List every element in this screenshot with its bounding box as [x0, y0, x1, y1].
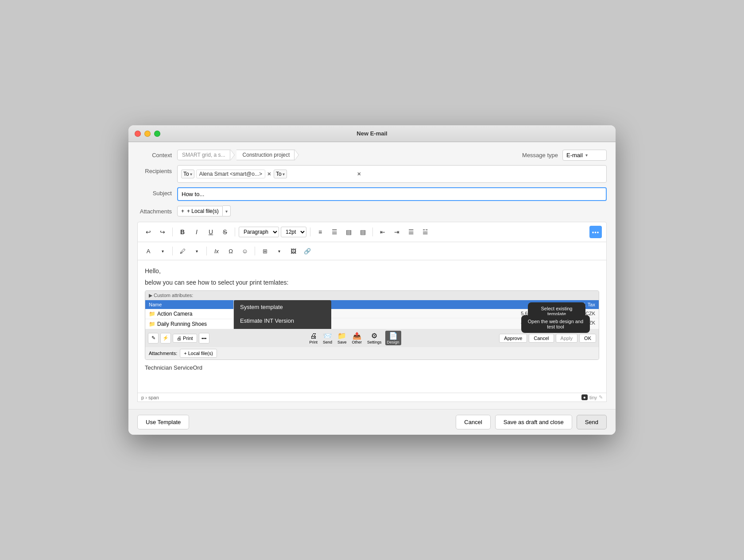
table-button[interactable]: ⊞	[259, 245, 271, 257]
to-select-2[interactable]: To ▾	[274, 170, 287, 178]
recipient-tag-2: To ▾ ✕	[274, 168, 361, 180]
embedded-star-btn[interactable]: ⚡	[160, 333, 171, 344]
action-send[interactable]: 📨 Send	[321, 331, 334, 345]
cancel-button[interactable]: Cancel	[456, 415, 490, 429]
special-char-button[interactable]: Ω	[225, 245, 237, 257]
font-size-select[interactable]: 12pt	[281, 227, 306, 237]
outdent-button[interactable]: ⇤	[376, 226, 389, 238]
context-label: Context	[137, 149, 177, 158]
highlight-button[interactable]: 🖊	[176, 245, 189, 257]
embedded-edit-btn[interactable]: ✎	[148, 333, 159, 344]
emoji-button[interactable]: ☺	[239, 245, 251, 257]
minimize-button[interactable]	[144, 131, 151, 137]
dropdown-item-estimate-en[interactable]: Estimate print EN version	[234, 328, 331, 329]
more-tools-button[interactable]: •••	[589, 226, 602, 238]
footer-right-buttons: Cancel Save as draft and close Send	[456, 415, 607, 429]
template-dropdown[interactable]: System template Estimate INT Version Est…	[234, 300, 331, 329]
action-other[interactable]: 📤 Other	[350, 331, 364, 345]
align-right-button[interactable]: ▤	[342, 226, 355, 238]
plus-icon: +	[181, 208, 184, 214]
attachment-chevron-icon: ▾	[225, 209, 228, 214]
align-center-button[interactable]: ☰	[328, 226, 341, 238]
editor-area[interactable]: Hello, below you can see how to select y…	[137, 260, 607, 393]
indent-button[interactable]: ⇥	[391, 226, 403, 238]
redo-button[interactable]: ↪	[156, 226, 169, 238]
link-button[interactable]: 🔗	[301, 245, 314, 257]
subject-input[interactable]	[177, 187, 607, 201]
text-color-dropdown[interactable]: ▾	[156, 245, 169, 257]
breadcrumb-item-2[interactable]: Construction project	[236, 150, 295, 160]
editor-line1: Hello,	[145, 267, 599, 274]
breadcrumb-item-1[interactable]: SMART grid, a s...	[177, 150, 230, 160]
action-print[interactable]: 🖨 Print	[307, 331, 319, 345]
action-design[interactable]: 📄 Design	[385, 331, 401, 345]
clear-format-button[interactable]: Ix	[210, 245, 223, 257]
maximize-button[interactable]	[154, 131, 160, 137]
justify-button[interactable]: ▤	[356, 226, 369, 238]
use-template-button[interactable]: Use Template	[137, 415, 189, 429]
embedded-more-btn[interactable]: •••	[199, 333, 209, 344]
window-controls	[135, 131, 160, 137]
product-row-2: Daily Running Shoes	[157, 321, 207, 327]
recipient-tag-1: To ▾ Alena Smart <smart@o...> ✕	[181, 168, 271, 180]
save-draft-button[interactable]: Save as draft and close	[495, 415, 572, 429]
align-left-button[interactable]: ≡	[314, 226, 326, 238]
embedded-print-btn[interactable]: 🖨 Print	[173, 334, 197, 343]
remove-recipient-2[interactable]: ✕	[357, 171, 361, 177]
dropdown-item-estimate-int[interactable]: Estimate INT Version	[234, 314, 331, 328]
undo-button[interactable]: ↩	[142, 226, 155, 238]
action-settings[interactable]: ⚙ Settings	[365, 331, 384, 345]
bold-button[interactable]: B	[176, 226, 189, 238]
breadcrumb: SMART grid, a s... Construction project	[177, 149, 301, 161]
embedded-add-file-btn[interactable]: + Local file(s)	[180, 349, 217, 358]
text-color-button[interactable]: A	[142, 245, 155, 257]
signature: Technician ServiceOrd	[145, 364, 599, 371]
italic-button[interactable]: I	[190, 226, 203, 238]
add-attachment-button[interactable]: + + Local file(s)	[177, 206, 223, 216]
ordered-list-button[interactable]: ☰	[405, 226, 417, 238]
recipient-name-1: Alena Smart <smart@o...>	[196, 170, 265, 178]
unordered-list-button[interactable]: ☱	[419, 226, 431, 238]
chevron-down-icon: ▾	[585, 153, 588, 158]
recipient-input-2[interactable]	[289, 171, 355, 177]
footer: Use Template Cancel Save as draft and cl…	[128, 409, 616, 435]
embedded-apply-btn[interactable]: Apply	[556, 334, 578, 343]
embedded-ok-btn[interactable]: OK	[579, 334, 596, 343]
image-button[interactable]: 🖼	[287, 245, 299, 257]
recipients-row: Recipients To ▾ Alena Smart <smart@o...>…	[137, 165, 607, 183]
editor-toolbar-row2: A ▾ 🖊 ▾ Ix Ω ☺ ⊞ ▾ 🖼 🔗	[137, 242, 607, 260]
remove-recipient-1[interactable]: ✕	[267, 171, 271, 177]
form-content: Context SMART grid, a s... Construction …	[128, 142, 616, 409]
separator-3	[310, 228, 310, 236]
signature-text: Technician ServiceOrd	[145, 364, 599, 371]
subject-row: Subject	[137, 187, 607, 201]
tiny-logo: ● tiny ✎	[581, 394, 603, 400]
separator-6	[206, 247, 207, 255]
strikethrough-button[interactable]: S	[219, 226, 231, 238]
folder-icon-2: 📁	[149, 321, 155, 327]
context-control: SMART grid, a s... Construction project	[177, 149, 607, 161]
separator-7	[255, 247, 255, 255]
tooltip-web-design: Open the web design and test tool	[521, 315, 590, 333]
separator-4	[372, 228, 373, 236]
attachment-dropdown-button[interactable]: ▾	[223, 205, 231, 216]
recipients-container[interactable]: To ▾ Alena Smart <smart@o...> ✕ To ▾ ✕	[177, 165, 607, 183]
send-button[interactable]: Send	[577, 415, 607, 429]
to-select-1[interactable]: To ▾	[181, 170, 194, 178]
underline-button[interactable]: U	[205, 226, 217, 238]
message-type-select[interactable]: E-mail ▾	[562, 150, 607, 161]
highlight-dropdown[interactable]: ▾	[190, 245, 203, 257]
embedded-approve-btn[interactable]: Approve	[499, 334, 527, 343]
subject-control	[177, 187, 607, 201]
to2-chevron-icon: ▾	[283, 172, 285, 177]
product-row-1: Action Camera	[157, 311, 192, 317]
embedded-cancel-btn[interactable]: Cancel	[529, 334, 554, 343]
table-dropdown[interactable]: ▾	[273, 245, 285, 257]
action-save[interactable]: 📁 Save	[336, 331, 349, 345]
window-title: New E-mail	[356, 130, 387, 137]
paragraph-style-select[interactable]: Paragraph	[239, 227, 279, 237]
close-button[interactable]	[135, 131, 141, 137]
dropdown-item-system[interactable]: System template	[234, 300, 331, 314]
attachments-label: Attachments	[137, 205, 177, 215]
main-window: New E-mail Context SMART grid, a s... Co…	[128, 125, 616, 435]
